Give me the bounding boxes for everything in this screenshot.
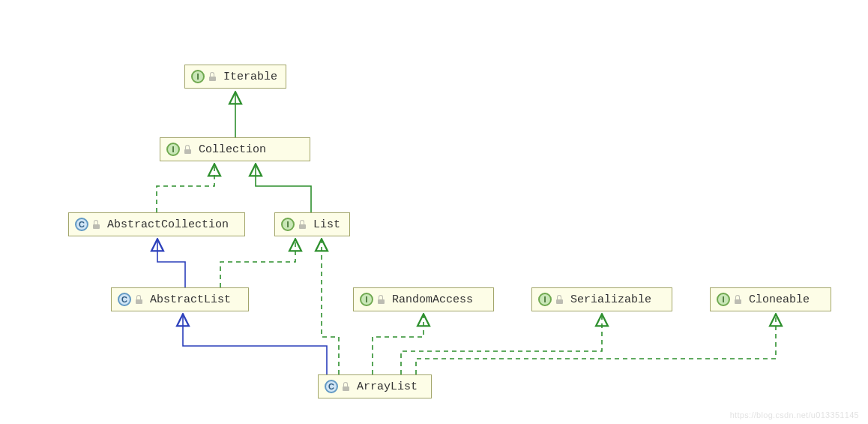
node-label: ArrayList <box>357 380 418 393</box>
node-random-access[interactable]: I RandomAccess <box>353 287 494 311</box>
interface-icon: I <box>717 293 730 306</box>
interface-icon: I <box>281 218 295 231</box>
lock-icon <box>135 295 144 304</box>
node-collection[interactable]: I Collection <box>160 137 310 161</box>
lock-icon <box>92 220 101 229</box>
node-label: AbstractList <box>150 293 231 306</box>
node-iterable[interactable]: I Iterable <box>184 65 286 89</box>
node-serializable[interactable]: I Serializable <box>531 287 672 311</box>
node-label: List <box>313 218 340 231</box>
lock-icon <box>377 295 386 304</box>
node-label: Serializable <box>570 293 651 306</box>
lock-icon <box>184 145 193 154</box>
node-list[interactable]: I List <box>274 212 350 236</box>
interface-icon: I <box>166 143 180 156</box>
node-label: Collection <box>199 143 266 156</box>
interface-icon: I <box>538 293 552 306</box>
node-label: AbstractCollection <box>107 218 229 231</box>
watermark: https://blog.csdn.net/u013351145 <box>730 410 859 419</box>
lock-icon <box>555 295 564 304</box>
node-abstract-collection[interactable]: C AbstractCollection <box>68 212 245 236</box>
node-array-list[interactable]: C ArrayList <box>318 374 432 398</box>
node-cloneable[interactable]: I Cloneable <box>710 287 831 311</box>
class-icon: C <box>118 293 131 306</box>
node-label: Iterable <box>223 71 277 83</box>
interface-icon: I <box>360 293 373 306</box>
lock-icon <box>208 72 217 81</box>
lock-icon <box>298 220 307 229</box>
class-icon: C <box>75 218 88 231</box>
lock-icon <box>342 382 351 391</box>
node-abstract-list[interactable]: C AbstractList <box>111 287 249 311</box>
node-label: Cloneable <box>749 293 810 306</box>
lock-icon <box>734 295 743 304</box>
class-icon: C <box>325 380 338 393</box>
interface-icon: I <box>191 70 205 83</box>
node-label: RandomAccess <box>392 293 473 306</box>
